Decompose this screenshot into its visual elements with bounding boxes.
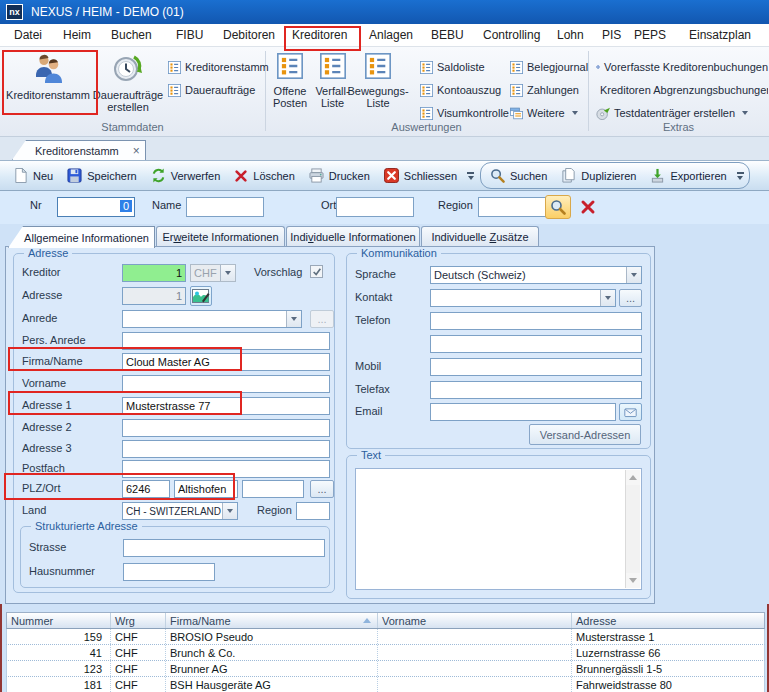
name-input[interactable]: [186, 197, 264, 217]
tab-individuelle-zusaetze[interactable]: Individuelle Zusätze: [421, 226, 539, 247]
menu-datei[interactable]: Datei: [14, 24, 42, 47]
table-row[interactable]: 123 CHF Brunner AG Brunnergässli 1-5: [6, 661, 765, 677]
vorerfasste-kreditorenbuchungen-button[interactable]: Vorerfasste Kreditorenbuchungen: [596, 58, 768, 76]
region-input[interactable]: [296, 502, 330, 520]
column-header-firma-name[interactable]: Firma/Name: [166, 613, 378, 628]
menu-fibu[interactable]: FIBU: [176, 24, 203, 47]
telefax-input[interactable]: [430, 381, 642, 399]
column-header-nummer[interactable]: Nummer: [7, 613, 111, 628]
email-send-button[interactable]: [619, 403, 642, 421]
mobil-input[interactable]: [430, 358, 642, 376]
telefon2-input[interactable]: [430, 335, 642, 353]
vorschlag-checkbox[interactable]: [310, 265, 323, 278]
firma-name-input[interactable]: [122, 353, 330, 371]
adressbuch-button[interactable]: [190, 286, 212, 306]
saldoliste-button[interactable]: Saldoliste: [420, 58, 485, 76]
nr-input[interactable]: 0: [57, 197, 135, 217]
tab-erweitete-informationen[interactable]: Erweitete Informationen: [156, 226, 285, 247]
menu-einsatzplan[interactable]: Einsatzplan: [689, 24, 751, 47]
menu-controlling[interactable]: Controlling: [483, 24, 540, 47]
anrede-more-button[interactable]: ...: [310, 310, 334, 328]
kreditorenstamm-big-button[interactable]: Kreditorenstamm: [4, 52, 92, 101]
exportieren-button[interactable]: Exportieren: [643, 164, 733, 188]
scroll-down-icon[interactable]: [626, 573, 640, 588]
kontoauszug-button[interactable]: Kontoauszug: [420, 81, 501, 99]
ort-zusatz-input[interactable]: [242, 480, 304, 498]
loeschen-button[interactable]: Löschen: [227, 164, 302, 188]
verwerfen-button[interactable]: Verwerfen: [144, 164, 228, 188]
sprache-combo[interactable]: Deutsch (Schweiz): [430, 266, 642, 284]
pers-anrede-input[interactable]: [122, 332, 330, 350]
list-icon: [365, 53, 391, 79]
visumkontrolle-button[interactable]: Visumkontrolle: [420, 104, 509, 122]
email-input[interactable]: [430, 403, 616, 421]
execute-search-button[interactable]: [545, 195, 571, 219]
vertical-scrollbar[interactable]: [625, 470, 640, 588]
tab-page-allgemeine-informationen: Adresse Kreditor CHF Vorschlag Adresse A…: [5, 246, 655, 604]
menu-pis[interactable]: PIS: [602, 24, 621, 47]
strasse-input[interactable]: [123, 539, 325, 557]
adresse1-input[interactable]: [122, 397, 330, 415]
neu-button[interactable]: Neu: [6, 164, 60, 188]
menu-anlagen[interactable]: Anlagen: [369, 24, 413, 47]
anrede-combo[interactable]: [122, 310, 302, 328]
menu-kreditoren[interactable]: Kreditoren: [292, 24, 347, 47]
bewegungs-liste-button[interactable]: Bewegungs- Liste: [352, 53, 404, 109]
hausnummer-input[interactable]: [123, 563, 215, 581]
menu-lohn[interactable]: Lohn: [557, 24, 584, 47]
duplizieren-button[interactable]: Duplizieren: [554, 164, 643, 188]
belegjournal-button[interactable]: Belegjournal: [510, 58, 588, 76]
plz-input[interactable]: [122, 480, 170, 498]
dauerauftraege-erstellen-button[interactable]: Daueraufträge erstellen: [92, 52, 164, 113]
dauerauftraege-small-button[interactable]: Daueraufträge: [168, 81, 255, 99]
toolbar: Neu Speichern Verwerfen Löschen Drucken …: [0, 160, 769, 191]
ort-input[interactable]: [336, 197, 414, 217]
document-tab-kreditorenstamm[interactable]: Kreditorenstamm ×: [12, 140, 146, 160]
menu-heim[interactable]: Heim: [63, 24, 91, 47]
kreditorenstamm-small-button[interactable]: Kreditorenstamm: [168, 58, 269, 76]
waehrung-combo[interactable]: CHF: [190, 264, 236, 282]
column-header-wrg[interactable]: Wrg: [111, 613, 166, 628]
menu-buchen[interactable]: Buchen: [111, 24, 152, 47]
text-textarea[interactable]: [355, 468, 642, 590]
adresse3-input[interactable]: [122, 440, 330, 458]
scroll-up-icon[interactable]: [626, 470, 640, 485]
zahlungen-button[interactable]: Zahlungen: [510, 81, 579, 99]
adresse2-input[interactable]: [122, 419, 330, 437]
testdatentraeger-erstellen-button[interactable]: Testdatenträger erstellen: [596, 104, 768, 122]
menu-debitoren[interactable]: Debitoren: [223, 24, 275, 47]
tab-individuelle-informationen[interactable]: Individuelle Informationen: [286, 226, 420, 247]
ort-input[interactable]: [174, 480, 238, 498]
offene-posten-button[interactable]: Offene Posten: [269, 53, 311, 109]
close-tab-icon[interactable]: ×: [133, 144, 140, 158]
region-label: Region: [438, 199, 473, 211]
versand-adressen-button[interactable]: Versand-Adressen: [529, 424, 641, 445]
toolbar-overflow-button[interactable]: [464, 165, 477, 187]
postfach-input[interactable]: [122, 460, 330, 478]
suchen-button[interactable]: Suchen: [483, 164, 554, 188]
kreditoren-abgrenzungsbuchungen-button[interactable]: Kreditoren Abgrenzungsbuchungen: [596, 81, 768, 99]
kreditor-input[interactable]: [122, 264, 186, 282]
weitere-button[interactable]: Weitere: [510, 104, 578, 122]
column-header-vorname[interactable]: Vorname: [378, 613, 572, 628]
column-header-adresse[interactable]: Adresse: [572, 613, 764, 628]
toolbar-overflow-button[interactable]: [734, 165, 747, 187]
kontakt-combo[interactable]: [430, 289, 616, 307]
verfall-liste-button[interactable]: Verfall- Liste: [311, 53, 354, 109]
table-row[interactable]: 159 CHF BROSIO Pseudo Musterstrasse 1: [6, 629, 765, 645]
plz-more-button[interactable]: ...: [310, 480, 334, 498]
kontakt-more-button[interactable]: ...: [619, 289, 642, 307]
tab-allgemeine-informationen[interactable]: Allgemeine Informationen: [8, 226, 155, 248]
clear-search-icon[interactable]: [580, 199, 596, 215]
schliessen-button[interactable]: Schliessen: [377, 164, 464, 188]
adresse-nr-input[interactable]: [122, 287, 186, 305]
table-row[interactable]: 41 CHF Brunch & Co. Luzernstrasse 66: [6, 645, 765, 661]
menu-peps[interactable]: PEPS: [634, 24, 666, 47]
land-combo[interactable]: CH - SWITZERLAND: [122, 502, 238, 520]
telefon-input[interactable]: [430, 312, 642, 330]
table-row[interactable]: 181 CHF BSH Hausgeräte AG Fahrweidstrass…: [6, 677, 765, 692]
speichern-button[interactable]: Speichern: [60, 164, 144, 188]
vorname-input[interactable]: [122, 375, 330, 393]
drucken-button[interactable]: Drucken: [302, 164, 377, 188]
menu-bebu[interactable]: BEBU: [431, 24, 464, 47]
